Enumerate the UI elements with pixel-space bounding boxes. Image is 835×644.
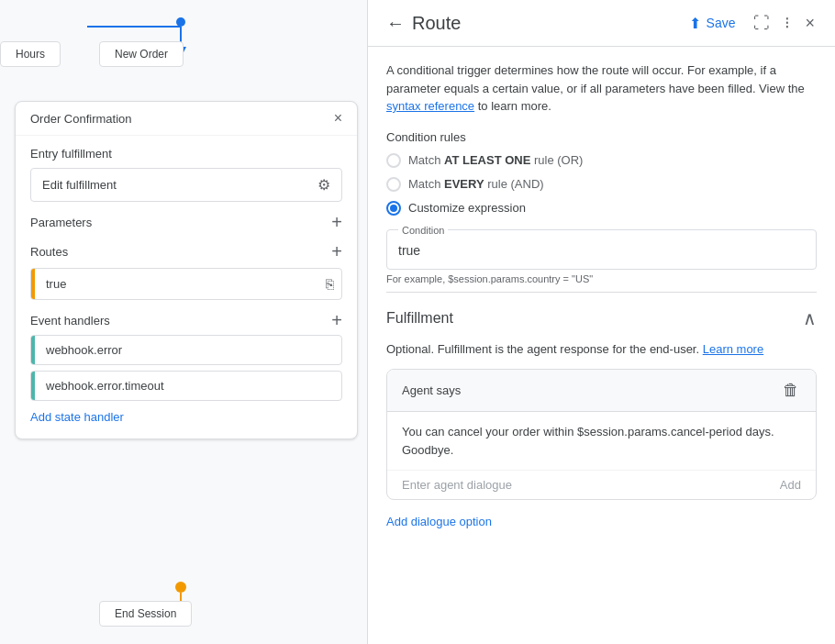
close-icon: × [805, 14, 815, 32]
condition-rules-section: Condition rules Match AT LEAST ONE rule … [386, 130, 817, 284]
entry-fulfillment-section: Entry fulfillment Edit fulfillment ⚙ [16, 136, 357, 202]
handler-item-1[interactable]: webhook.error [30, 335, 342, 365]
radio-at-least-one[interactable] [386, 153, 401, 168]
left-panel: Hours New Order Order Confirmation × Ent… [0, 0, 367, 644]
right-content: A conditional trigger determines how the… [368, 47, 835, 644]
right-header: ← Route ⬆ Save ⛶ ⁝ × [368, 0, 835, 47]
handler-label-1: webhook.error [35, 336, 341, 364]
save-icon: ⬆ [689, 15, 701, 32]
routes-title: Routes [30, 245, 68, 259]
learn-more-link[interactable]: Learn more [703, 342, 763, 356]
agent-input-row: Add [387, 471, 816, 499]
routes-header[interactable]: Routes + [30, 242, 342, 261]
page-title: Route [412, 13, 461, 34]
route-label: true [35, 270, 318, 298]
order-card-header: Order Confirmation × [16, 102, 357, 136]
handler-item-2[interactable]: webhook.error.timeout [30, 371, 342, 401]
fulfillment-description: Optional. Fulfillment is the agent respo… [386, 340, 817, 359]
right-panel: ← Route ⬆ Save ⛶ ⁝ × A conditional trigg… [367, 0, 835, 644]
add-state-handler-button[interactable]: Add state handler [30, 410, 124, 424]
radio-label-customize: Customize expression [408, 201, 526, 215]
fullscreen-button[interactable]: ⛶ [748, 8, 775, 39]
routes-section: Routes + true ⎘ [16, 231, 357, 300]
order-card-title: Order Confirmation [30, 112, 132, 126]
fulfillment-collapse-button[interactable]: ∧ [803, 307, 817, 329]
route-item[interactable]: true ⎘ [30, 268, 342, 300]
fulfillment-section: Fulfillment ∧ Optional. Fulfillment is t… [386, 292, 817, 533]
entry-fulfillment-title: Entry fulfillment [30, 147, 112, 161]
condition-input[interactable] [398, 239, 805, 261]
agent-dialogue-input[interactable] [402, 478, 773, 492]
save-button[interactable]: ⬆ Save [680, 9, 745, 38]
parameters-title: Parameters [30, 216, 92, 229]
parameters-add-button[interactable]: + [331, 213, 342, 231]
radio-every[interactable] [386, 177, 401, 192]
agent-says-title: Agent says [402, 383, 461, 397]
agent-says-header: Agent says 🗑 [387, 370, 816, 412]
edit-fulfillment-label: Edit fulfillment [42, 178, 117, 192]
entry-fulfillment-header[interactable]: Entry fulfillment [30, 147, 342, 161]
grid-button[interactable]: ⁝ [779, 7, 796, 39]
svg-point-4 [175, 582, 186, 593]
fulfillment-title: Fulfillment [386, 310, 453, 327]
svg-point-0 [176, 17, 185, 27]
radio-label-at-least-one: Match AT LEAST ONE rule (OR) [408, 153, 583, 167]
node-new-order[interactable]: New Order [99, 41, 184, 67]
routes-add-button[interactable]: + [331, 242, 342, 261]
node-end-session[interactable]: End Session [99, 601, 192, 627]
route-copy-button[interactable]: ⎘ [318, 269, 341, 299]
radio-option-at-least-one[interactable]: Match AT LEAST ONE rule (OR) [386, 153, 817, 168]
add-dialogue-option-button[interactable]: Add dialogue option [386, 511, 492, 532]
fullscreen-icon: ⛶ [753, 14, 770, 32]
close-panel-button[interactable]: × [799, 8, 820, 39]
agent-dialogue-text: You can cancel your order within $sessio… [387, 412, 816, 471]
condition-fieldset: Condition [386, 225, 817, 270]
edit-icon: ⚙ [317, 176, 330, 194]
description-text: A conditional trigger determines how the… [386, 61, 817, 116]
event-handlers-add-button[interactable]: + [331, 311, 342, 329]
agent-add-inline-button[interactable]: Add [780, 478, 801, 492]
radio-label-every: Match EVERY rule (AND) [408, 177, 544, 191]
order-card-close-button[interactable]: × [334, 111, 342, 126]
order-confirmation-card: Order Confirmation × Entry fulfillment E… [15, 101, 358, 439]
event-handlers-header[interactable]: Event handlers + [30, 311, 342, 329]
condition-input-group: Condition For example, $session.params.c… [386, 225, 817, 284]
parameters-section: Parameters + [16, 202, 357, 231]
edit-fulfillment-row[interactable]: Edit fulfillment ⚙ [30, 168, 342, 202]
fulfillment-header: Fulfillment ∧ [386, 307, 817, 329]
grid-icon: ⁝ [785, 14, 790, 32]
syntax-reference-link[interactable]: syntax reference [386, 99, 474, 113]
condition-hint: For example, $session.params.country = "… [386, 273, 817, 284]
radio-customize[interactable] [386, 201, 401, 216]
event-handlers-section: Event handlers + webhook.error webhook.e… [16, 300, 357, 424]
node-hours[interactable]: Hours [0, 41, 61, 67]
radio-option-customize[interactable]: Customize expression [386, 201, 817, 216]
parameters-header[interactable]: Parameters + [30, 213, 342, 231]
back-button[interactable]: ← [383, 9, 408, 38]
agent-says-delete-button[interactable]: 🗑 [781, 379, 801, 402]
radio-inner [390, 205, 397, 212]
agent-says-card: Agent says 🗑 You can cancel your order w… [386, 369, 817, 500]
condition-rules-title: Condition rules [386, 130, 817, 144]
handler-label-2: webhook.error.timeout [35, 372, 341, 400]
radio-option-every[interactable]: Match EVERY rule (AND) [386, 177, 817, 192]
event-handlers-title: Event handlers [30, 314, 110, 328]
condition-legend: Condition [398, 225, 448, 236]
